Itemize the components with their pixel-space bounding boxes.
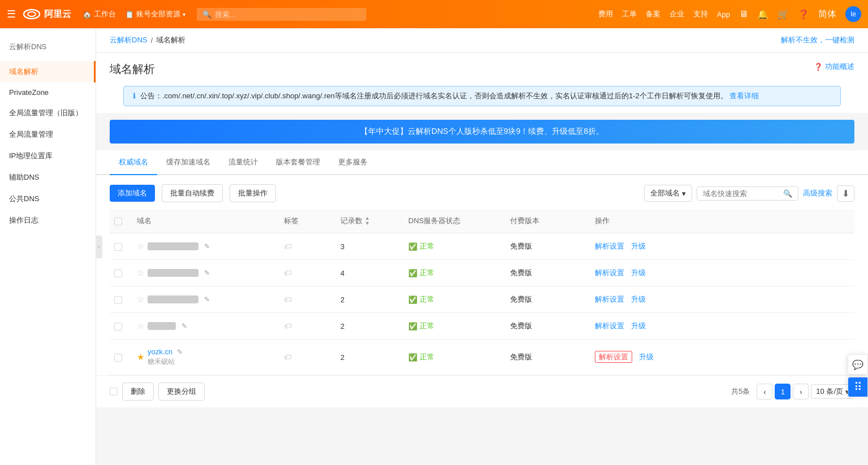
upgrade-link[interactable]: 升级 xyxy=(631,242,646,250)
sidebar-collapse-button[interactable]: ‹ xyxy=(96,236,102,258)
account-resources-nav[interactable]: 📋 账号全部资源 ▾ xyxy=(125,9,185,19)
star-icon[interactable]: ☆ xyxy=(137,294,144,305)
avatar[interactable]: Ie xyxy=(845,6,861,22)
edit-icon[interactable]: ✎ xyxy=(182,322,187,330)
sidebar-item-ip-geo[interactable]: IP地理位置库 xyxy=(0,145,96,167)
download-button[interactable]: ⬇ xyxy=(837,185,854,202)
col-domain: 域名 xyxy=(132,209,279,233)
sidebar-item-domain-resolution[interactable]: 域名解析 xyxy=(0,61,96,82)
float-buttons: 💬 ⠿ xyxy=(848,354,868,397)
next-page-button[interactable]: › xyxy=(793,384,809,399)
resolve-settings-link-highlighted[interactable]: 解析设置 xyxy=(595,351,632,363)
search-input[interactable] xyxy=(215,10,361,19)
bottom-select-all-checkbox[interactable] xyxy=(110,388,118,396)
fei-yong-link[interactable]: 费用 xyxy=(598,9,613,19)
notice-detail-link[interactable]: 查看详细 xyxy=(729,92,759,100)
promo-text: 【年中大促】云解析DNS个人版秒杀低至9块9！续费、升级低至8折。 xyxy=(360,127,604,136)
resolve-settings-link[interactable]: 解析设置 xyxy=(595,242,624,250)
upgrade-link[interactable]: 升级 xyxy=(631,268,646,277)
tag-icon[interactable]: 🏷 xyxy=(284,321,292,331)
notice-text: 公告：.com/.net/.cn/.xin/.top/.xyz/.vip/.cl… xyxy=(140,91,759,101)
upgrade-link[interactable]: 升级 xyxy=(639,353,654,361)
tab-traffic-stats[interactable]: 流量统计 xyxy=(219,150,267,175)
hamburger-menu[interactable]: ☰ xyxy=(7,8,16,20)
chat-float-button[interactable]: 💬 xyxy=(848,354,868,375)
select-all-checkbox[interactable] xyxy=(114,218,122,225)
domain-name-link[interactable]: yozk.cn xyxy=(148,347,172,356)
help-icon[interactable]: ❓ xyxy=(798,9,809,20)
breadcrumb-bar: 云解析DNS / 域名解析 解析不生效，一键检测 xyxy=(96,28,868,53)
logo[interactable]: 阿里云 xyxy=(23,5,71,23)
app-link[interactable]: App xyxy=(717,10,730,19)
move-group-button[interactable]: 更换分组 xyxy=(158,383,205,401)
dns-status: ✅ 正常 xyxy=(408,268,501,278)
add-domain-button[interactable]: 添加域名 xyxy=(110,185,155,202)
version-label: 免费版 xyxy=(506,313,590,340)
sidebar-item-aux-dns[interactable]: 辅助DNS xyxy=(0,167,96,188)
edit-icon[interactable]: ✎ xyxy=(204,242,210,250)
sidebar-item-private-zone[interactable]: PrivateZone xyxy=(0,82,96,102)
collapse-icon: ‹ xyxy=(98,244,100,250)
workbench-nav[interactable]: 🏠 工作台 xyxy=(83,9,116,19)
row-checkbox[interactable] xyxy=(114,270,122,277)
sidebar-item-global-traffic[interactable]: 全局流量管理 xyxy=(0,124,96,145)
bei-an-link[interactable]: 备案 xyxy=(646,9,660,19)
domain-name-blur xyxy=(148,322,176,330)
sidebar-item-operation-log[interactable]: 操作日志 xyxy=(0,210,96,231)
one-click-check-link[interactable]: 解析不生效，一键检测 xyxy=(781,35,854,45)
total-count: 共5条 xyxy=(731,386,750,397)
chevron-down-icon: ▾ xyxy=(682,189,686,198)
domain-search-box[interactable]: 🔍 xyxy=(697,186,798,201)
domain-search-input[interactable] xyxy=(703,189,783,198)
page-1-button[interactable]: 1 xyxy=(775,384,791,399)
search-bar[interactable]: 🔍 xyxy=(197,8,366,21)
edit-icon[interactable]: ✎ xyxy=(177,348,183,356)
bottom-left: 删除 更换分组 xyxy=(110,383,205,401)
row-checkbox[interactable] xyxy=(114,243,122,251)
upgrade-link[interactable]: 升级 xyxy=(631,321,646,330)
tag-icon[interactable]: 🏷 xyxy=(284,268,292,277)
tab-cache-speed[interactable]: 缓存加速域名 xyxy=(157,150,219,175)
breadcrumb-root[interactable]: 云解析DNS xyxy=(110,35,147,45)
tag-icon[interactable]: 🏷 xyxy=(284,242,292,251)
row-checkbox[interactable] xyxy=(114,354,122,362)
zhi-chi-link[interactable]: 支持 xyxy=(693,9,708,19)
star-icon[interactable]: ☆ xyxy=(137,241,144,251)
col-tag: 标签 xyxy=(279,209,336,233)
cart-icon[interactable]: 🛒 xyxy=(778,9,789,20)
advanced-search-link[interactable]: 高级搜索 xyxy=(803,188,832,198)
domain-filter-select[interactable]: 全部域名 ▾ xyxy=(644,185,692,202)
star-icon[interactable]: ☆ xyxy=(137,268,144,278)
resolve-settings-link[interactable]: 解析设置 xyxy=(595,295,624,303)
resolve-settings-link[interactable]: 解析设置 xyxy=(595,321,624,330)
resolve-settings-link[interactable]: 解析设置 xyxy=(595,268,624,277)
tab-version-plan[interactable]: 版本套餐管理 xyxy=(267,150,329,175)
star-icon[interactable]: ★ xyxy=(137,352,144,362)
feature-overview-link[interactable]: ❓ 功能概述 xyxy=(814,62,854,72)
bell-icon[interactable]: 🔔 xyxy=(757,9,768,20)
tag-icon[interactable]: 🏷 xyxy=(284,353,292,362)
lang-icon[interactable]: 简体 xyxy=(818,8,836,20)
sidebar-item-global-traffic-old[interactable]: 全局流量管理（旧版） xyxy=(0,102,96,124)
upgrade-link[interactable]: 升级 xyxy=(631,295,646,303)
tab-more-services[interactable]: 更多服务 xyxy=(329,150,377,175)
prev-page-button[interactable]: ‹ xyxy=(757,384,772,399)
qi-ye-link[interactable]: 企业 xyxy=(670,9,684,19)
edit-icon[interactable]: ✎ xyxy=(204,295,210,303)
monitor-icon[interactable]: 🖥 xyxy=(739,9,748,19)
batch-ops-button[interactable]: 批量操作 xyxy=(230,184,276,202)
star-icon[interactable]: ☆ xyxy=(137,321,144,331)
tab-authoritative-domain[interactable]: 权威域名 xyxy=(110,150,157,175)
tag-icon[interactable]: 🏷 xyxy=(284,295,292,304)
row-checkbox[interactable] xyxy=(114,323,122,331)
col-records[interactable]: 记录数 ▲▼ xyxy=(336,209,404,233)
delete-button[interactable]: 删除 xyxy=(122,383,154,401)
col-dns-status: DNS服务器状态 xyxy=(404,209,506,233)
dns-status: ✅ 正常 xyxy=(408,241,501,251)
batch-auto-renew-button[interactable]: 批量自动续费 xyxy=(162,184,223,202)
edit-icon[interactable]: ✎ xyxy=(204,269,210,277)
row-checkbox[interactable] xyxy=(114,296,122,304)
qr-float-button[interactable]: ⠿ xyxy=(848,377,868,397)
gong-dan-link[interactable]: 工单 xyxy=(622,9,637,19)
sidebar-item-public-dns[interactable]: 公共DNS xyxy=(0,188,96,210)
